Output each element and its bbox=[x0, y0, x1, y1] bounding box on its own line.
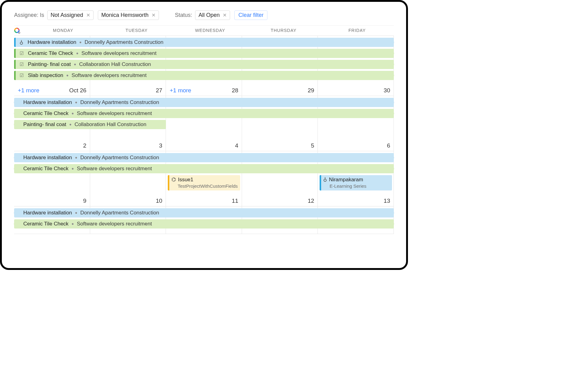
event-bar[interactable]: Hardware installation•Donnelly Apartment… bbox=[14, 208, 394, 217]
chip-text: All Open bbox=[198, 12, 220, 18]
event-card[interactable]: Issue1TestProjectWithCustomFields bbox=[168, 175, 240, 190]
chip-text: Not Assigned bbox=[51, 12, 83, 18]
event-bar[interactable]: Ceramic Tile Check•Software developers r… bbox=[14, 109, 394, 118]
close-icon[interactable]: ✕ bbox=[86, 13, 90, 18]
event-task-name: Slab inspection bbox=[28, 72, 63, 79]
event-bar[interactable]: Painting- final coat•Collaboration Hall … bbox=[14, 120, 166, 129]
event-card-wrap: Issue1TestProjectWithCustomFields bbox=[166, 175, 242, 190]
status-label: Status: bbox=[175, 12, 192, 18]
event-task-name: Ceramic Tile Check bbox=[23, 110, 68, 117]
task-icon bbox=[20, 50, 25, 56]
event-bar[interactable]: Painting- final coat•Collaboration Hall … bbox=[14, 60, 394, 69]
date-number: 11 bbox=[232, 198, 238, 204]
event-card-title: Issue1 bbox=[171, 177, 193, 183]
event-bar[interactable]: Ceramic Tile Check•Software developers r… bbox=[14, 49, 394, 58]
accent-stripe bbox=[320, 175, 321, 190]
date-number: 12 bbox=[308, 198, 314, 204]
event-project-name: Donnelly Apartments Construction bbox=[85, 39, 163, 45]
event-project-name: Software developers recruitment bbox=[77, 166, 152, 172]
divider bbox=[14, 25, 394, 26]
date-number: 6 bbox=[387, 142, 390, 149]
more-link[interactable]: +1 more bbox=[18, 87, 39, 94]
chip-text: Monica Hemsworth bbox=[101, 12, 148, 18]
date-row: 23456 bbox=[14, 142, 394, 149]
day-header-mon: MONDAY bbox=[26, 28, 100, 33]
event-task-name: Painting- final coat bbox=[23, 121, 66, 128]
calendar-settings-button[interactable]: ⚙ bbox=[14, 28, 26, 33]
event-card-title: Nirampakaram bbox=[323, 177, 363, 183]
day-header-thu: THURSDAY bbox=[247, 28, 321, 33]
event-bar[interactable]: Slab inspection•Software developers recr… bbox=[14, 71, 394, 80]
milestone-icon bbox=[20, 39, 25, 46]
date-number: 27 bbox=[156, 87, 162, 94]
more-link[interactable]: +1 more bbox=[170, 87, 191, 94]
event-project-name: Software developers recruitment bbox=[71, 72, 147, 79]
day-header-wed: WEDNESDAY bbox=[173, 28, 247, 33]
filter-bar: Assignee: Is Not Assigned ✕ Monica Hemsw… bbox=[14, 10, 394, 25]
clear-filter-button[interactable]: Clear filter bbox=[234, 10, 267, 20]
event-task-name: Ceramic Tile Check bbox=[23, 166, 68, 172]
event-bar[interactable]: Ceramic Tile Check•Software developers r… bbox=[14, 164, 394, 173]
close-icon[interactable]: ✕ bbox=[223, 13, 227, 18]
week-header: ⚙ MONDAY TUESDAY WEDNESDAY THURSDAY FRID… bbox=[14, 28, 394, 36]
filter-chip-not-assigned[interactable]: Not Assigned ✕ bbox=[47, 10, 94, 20]
date-number: 5 bbox=[311, 142, 314, 149]
date-number: 4 bbox=[235, 142, 238, 149]
event-task-name: Painting- final coat bbox=[28, 61, 71, 67]
event-task-name: Ceramic Tile Check bbox=[23, 221, 68, 227]
close-icon[interactable]: ✕ bbox=[152, 13, 156, 18]
gear-icon: ⚙ bbox=[18, 31, 21, 34]
calendar-body: Hardware installation•Donnelly Apartment… bbox=[14, 36, 394, 234]
accent-stripe bbox=[14, 38, 16, 47]
event-bars: Hardware installation•Donnelly Apartment… bbox=[14, 153, 394, 173]
event-project-name: Collaboration Hall Construction bbox=[79, 61, 151, 67]
date-number: 29 bbox=[308, 87, 314, 94]
date-number: 3 bbox=[159, 142, 163, 149]
event-task-name: Ceramic Tile Check bbox=[28, 50, 73, 56]
event-project-name: Software developers recruitment bbox=[81, 50, 156, 56]
event-bar[interactable]: Hardware installation•Donnelly Apartment… bbox=[14, 38, 394, 47]
event-task-name: Hardware installation bbox=[23, 99, 72, 106]
event-project-name: Donnelly Apartments Construction bbox=[80, 155, 159, 161]
event-task-name: Hardware installation bbox=[23, 155, 72, 161]
event-project-name: Donnelly Apartments Construction bbox=[80, 99, 159, 106]
task-icon bbox=[20, 61, 25, 67]
date-row: +1 moreOct 2627+1 more282930 bbox=[14, 87, 394, 94]
event-bar[interactable]: Ceramic Tile Check•Software developers r… bbox=[14, 219, 394, 229]
event-bars: Hardware installation•Donnelly Apartment… bbox=[14, 38, 394, 80]
filter-chip-status[interactable]: All Open ✕ bbox=[195, 10, 230, 20]
event-task-name: Hardware installation bbox=[28, 39, 76, 45]
day-header-fri: FRIDAY bbox=[320, 28, 394, 33]
day-header-tue: TUESDAY bbox=[100, 28, 174, 33]
date-row: 910111213 bbox=[14, 198, 394, 204]
calendar-week: Hardware installation•Donnelly Apartment… bbox=[14, 206, 394, 234]
accent-stripe bbox=[14, 60, 16, 69]
date-number: Oct 26 bbox=[69, 87, 86, 94]
accent-stripe bbox=[14, 71, 16, 80]
calendar-week: Hardware installation•Donnelly Apartment… bbox=[14, 36, 394, 96]
filter-chip-monica[interactable]: Monica Hemsworth ✕ bbox=[98, 10, 159, 20]
date-number: 10 bbox=[156, 198, 162, 204]
accent-stripe bbox=[168, 175, 169, 190]
event-project-name: Donnelly Apartments Construction bbox=[80, 210, 159, 216]
event-card[interactable]: NirampakaramE-Learning Series bbox=[320, 175, 392, 190]
event-bar[interactable]: Hardware installation•Donnelly Apartment… bbox=[14, 98, 394, 107]
event-project-name: Software developers recruitment bbox=[77, 110, 152, 117]
event-card-subtitle: E-Learning Series bbox=[323, 183, 390, 189]
date-number: 28 bbox=[232, 87, 238, 94]
event-project-name: Collaboration Hall Construction bbox=[75, 121, 146, 128]
date-number: 9 bbox=[83, 198, 86, 204]
date-number: 2 bbox=[83, 142, 86, 149]
calendar-week: Hardware installation•Donnelly Apartment… bbox=[14, 96, 394, 151]
accent-stripe bbox=[14, 49, 16, 58]
event-bars: Hardware installation•Donnelly Apartment… bbox=[14, 98, 394, 129]
date-number: 13 bbox=[384, 198, 390, 204]
task-icon bbox=[20, 72, 25, 79]
calendar-week: Hardware installation•Donnelly Apartment… bbox=[14, 151, 394, 206]
event-card-subtitle: TestProjectWithCustomFields bbox=[171, 183, 238, 189]
event-bar[interactable]: Hardware installation•Donnelly Apartment… bbox=[14, 153, 394, 162]
date-number: 30 bbox=[384, 87, 390, 94]
event-project-name: Software developers recruitment bbox=[77, 221, 152, 227]
app-frame: Assignee: Is Not Assigned ✕ Monica Hemsw… bbox=[0, 0, 408, 270]
event-task-name: Hardware installation bbox=[23, 210, 72, 216]
